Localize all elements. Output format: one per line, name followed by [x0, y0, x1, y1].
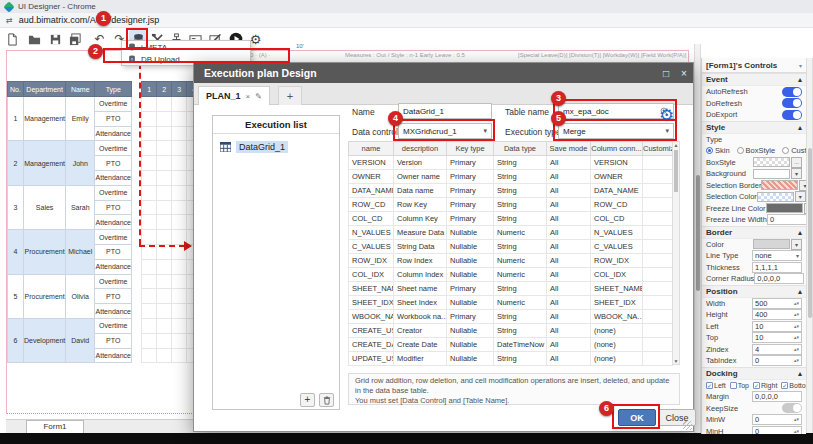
save-button[interactable]: [46, 30, 65, 48]
grid-cell[interactable]: N_VALUES: [591, 226, 643, 240]
cell-value[interactable]: [157, 304, 172, 319]
cell-name[interactable]: Sarah: [66, 185, 95, 229]
cell-department[interactable]: Procurement: [24, 230, 66, 274]
grid-cell[interactable]: CREATE_DATE: [349, 338, 394, 352]
tabindex-input[interactable]: 0▴▾: [752, 355, 802, 366]
freeze-line-color-swatch[interactable]: [766, 203, 803, 213]
grid-cell[interactable]: DATA_NAME: [591, 184, 643, 198]
grid-cell[interactable]: All: [547, 268, 591, 282]
grid-cell[interactable]: String: [494, 198, 547, 212]
cell-value[interactable]: [142, 333, 157, 348]
minw-input[interactable]: 0▴▾: [752, 414, 802, 425]
grid-cell[interactable]: String: [494, 324, 547, 338]
cell-value[interactable]: [157, 170, 172, 185]
grid-column-header[interactable]: Save mode: [547, 142, 591, 156]
cell-no[interactable]: 1: [8, 97, 24, 141]
cell-department[interactable]: Sales: [24, 185, 66, 229]
cell-department[interactable]: Management: [24, 97, 66, 141]
grid-cell[interactable]: ROW_CD: [349, 198, 394, 212]
cell-value[interactable]: [157, 141, 172, 156]
grid-cell[interactable]: [643, 282, 673, 296]
grid-column-header[interactable]: Customize: [643, 142, 673, 156]
grid-cell[interactable]: C_VALUES: [349, 240, 394, 254]
grid-cell[interactable]: [643, 226, 673, 240]
grid-cell[interactable]: All: [547, 240, 591, 254]
grid-cell[interactable]: [643, 268, 673, 282]
grid-cell[interactable]: [643, 240, 673, 254]
grid-cell[interactable]: OWNER: [591, 170, 643, 184]
cell-type[interactable]: PTO: [95, 200, 132, 215]
cell-value[interactable]: [172, 289, 187, 304]
grid-cell[interactable]: C_VALUES: [591, 240, 643, 254]
cell-value[interactable]: [142, 348, 157, 363]
grid-cell[interactable]: String: [494, 212, 547, 226]
left-input[interactable]: 10▴▾: [752, 321, 802, 332]
cell-value[interactable]: [172, 274, 187, 289]
grid-cell[interactable]: String: [494, 170, 547, 184]
grid-cell[interactable]: [643, 254, 673, 268]
cell-value[interactable]: [142, 97, 157, 112]
grid-cell[interactable]: String: [494, 352, 547, 366]
grid-cell[interactable]: All: [547, 254, 591, 268]
grid-cell[interactable]: ROW_IDX: [349, 254, 394, 268]
cell-type[interactable]: Attendance: [95, 259, 132, 274]
spinner-icon[interactable]: ▴▾: [794, 418, 799, 421]
grid-cell[interactable]: ROW_CD: [591, 198, 643, 212]
grid-cell[interactable]: All: [547, 296, 591, 310]
grid-cell[interactable]: (none): [591, 324, 643, 338]
section-border[interactable]: Border▴: [702, 226, 806, 239]
grid-cell[interactable]: VERSION: [591, 156, 643, 170]
tab-edit-icon[interactable]: ✎: [255, 92, 262, 101]
grid-cell[interactable]: String: [494, 282, 547, 296]
cell-value[interactable]: [157, 274, 172, 289]
dock-bottom-checkbox[interactable]: ✓Bottom: [781, 382, 806, 389]
cell-value[interactable]: [157, 230, 172, 245]
tab-close-icon[interactable]: ×: [246, 92, 251, 101]
cell-no[interactable]: 6: [8, 318, 24, 362]
cell-value[interactable]: [142, 274, 157, 289]
delete-plan-button[interactable]: [319, 393, 334, 407]
grid-cell[interactable]: DateTimeNow: [494, 338, 547, 352]
cell-value[interactable]: [172, 97, 187, 112]
cell-value[interactable]: [142, 111, 157, 126]
freeze-line-color-picker-button[interactable]: ▾: [804, 203, 806, 214]
cell-type[interactable]: Attendance: [95, 215, 132, 230]
cell-value[interactable]: [172, 126, 187, 141]
cell-type[interactable]: PTO: [95, 333, 132, 348]
cell-type[interactable]: Overtime: [95, 230, 132, 245]
grid-cell[interactable]: CREATE_USER: [349, 324, 394, 338]
save-all-button[interactable]: [66, 30, 85, 48]
cell-value[interactable]: [157, 215, 172, 230]
open-button[interactable]: [25, 30, 44, 48]
cell-value[interactable]: [172, 156, 187, 171]
add-plan-button[interactable]: +: [300, 393, 315, 407]
dock-right-checkbox[interactable]: ✓Right: [753, 382, 777, 389]
grid-cell[interactable]: All: [547, 352, 591, 366]
cell-name[interactable]: Olivia: [66, 274, 95, 318]
section-style[interactable]: Style▴: [702, 121, 806, 134]
cell-name[interactable]: David: [66, 318, 95, 362]
cell-value[interactable]: [142, 200, 157, 215]
dock-top-checkbox[interactable]: Top: [730, 382, 749, 389]
grid-cell[interactable]: SHEET_IDX: [591, 296, 643, 310]
cell-no[interactable]: 5: [8, 274, 24, 318]
grid-cell[interactable]: Primary: [447, 282, 494, 296]
cell-value[interactable]: [157, 348, 172, 363]
grid-column-header[interactable]: Data type: [494, 142, 547, 156]
cell-type[interactable]: Overtime: [95, 185, 132, 200]
grid-cell[interactable]: All: [547, 226, 591, 240]
selection-color-picker-button[interactable]: ▾: [795, 191, 806, 202]
cell-value[interactable]: [142, 289, 157, 304]
margin-input[interactable]: 0,0,0,0: [752, 391, 802, 402]
grid-cell[interactable]: Workbook na...: [394, 310, 447, 324]
selection-border-swatch[interactable]: [761, 180, 798, 190]
cell-value[interactable]: [142, 215, 157, 230]
grid-cell[interactable]: All: [547, 170, 591, 184]
grid-cell[interactable]: [643, 184, 673, 198]
grid-cell[interactable]: SHEET_NAME: [591, 282, 643, 296]
cell-department[interactable]: Procurement: [24, 274, 66, 318]
width-input[interactable]: 500▴▾: [752, 298, 802, 309]
spinner-icon[interactable]: ▴▾: [794, 336, 799, 339]
cell-value[interactable]: [142, 230, 157, 245]
corner-radius-input[interactable]: 0,0,0,0: [754, 273, 804, 284]
